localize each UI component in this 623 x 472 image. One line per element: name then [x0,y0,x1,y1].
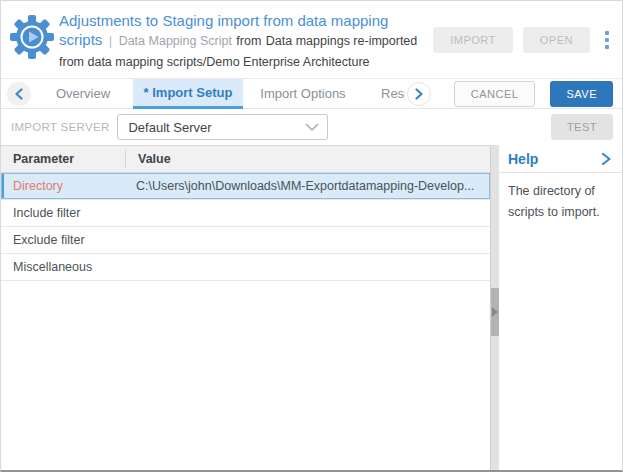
table-row-miscellaneous[interactable]: Miscellaneous [1,254,490,281]
chevron-right-icon [414,88,424,100]
import-server-row: IMPORT SERVER Default Server TEST [1,109,622,145]
splitter-collapse-handle[interactable] [491,288,499,336]
import-server-label: IMPORT SERVER [11,121,109,133]
tab-import-options[interactable]: Import Options [243,79,363,109]
param-value: C:\Users\john\Downloads\MM-Exportdatamap… [126,179,490,193]
param-name: Exclude filter [1,233,126,247]
help-panel: Help The directory of scripts to import. [499,145,622,470]
help-body-text: The directory of scripts to import. [499,173,622,223]
main-area: Parameter Value Directory C:\Users\john\… [1,145,622,470]
header: Adjustments to Staging import from data … [1,1,622,79]
tabs-scroll-right-button[interactable] [407,82,431,106]
help-title: Help [508,151,598,167]
cancel-button[interactable]: CANCEL [454,81,536,107]
save-button[interactable]: SAVE [550,81,613,107]
import-button[interactable]: IMPORT [433,27,513,53]
tab-import-setup[interactable]: * Import Setup [133,79,243,109]
table-row-exclude-filter[interactable]: Exclude filter [1,227,490,254]
param-name: Include filter [1,206,126,220]
collapse-right-arrow-icon [492,307,498,317]
header-actions: IMPORT OPEN [433,27,614,53]
open-button[interactable]: OPEN [523,27,590,53]
help-header: Help [499,145,622,173]
help-panel-splitter[interactable] [491,145,499,470]
column-header-value[interactable]: Value [126,152,490,166]
import-server-selected-value: Default Server [128,120,305,135]
param-name: Directory [1,179,126,193]
table-row-include-filter[interactable]: Include filter [1,200,490,227]
from-label: from [236,34,261,48]
staging-import-window: Adjustments to Staging import from data … [0,0,623,472]
kebab-menu-icon[interactable] [600,28,614,52]
test-button[interactable]: TEST [551,114,613,140]
chevron-right-icon [600,152,612,166]
chevron-left-icon [14,88,24,100]
title-separator: | [109,33,112,48]
import-server-select[interactable]: Default Server [117,114,328,140]
param-name: Miscellaneous [1,260,126,274]
title-block: Adjustments to Staging import from data … [59,10,433,72]
tab-bar: Overview * Import Setup Import Options R… [1,79,622,109]
help-collapse-button[interactable] [598,150,614,168]
chevron-down-icon [305,123,319,132]
tabs-scroll-left-button[interactable] [7,82,31,106]
table-header-row: Parameter Value [1,145,490,173]
tab-responsibilities[interactable]: Respons [363,79,405,109]
tab-strip: Overview * Import Setup Import Options R… [33,79,405,109]
gear-play-icon [9,14,55,60]
object-type-label: Data Mapping Script [119,34,232,48]
column-header-parameter[interactable]: Parameter [1,150,126,168]
table-row-directory[interactable]: Directory C:\Users\john\Downloads\MM-Exp… [1,173,490,200]
tab-overview[interactable]: Overview [33,79,133,109]
parameter-table: Parameter Value Directory C:\Users\john\… [1,145,491,470]
